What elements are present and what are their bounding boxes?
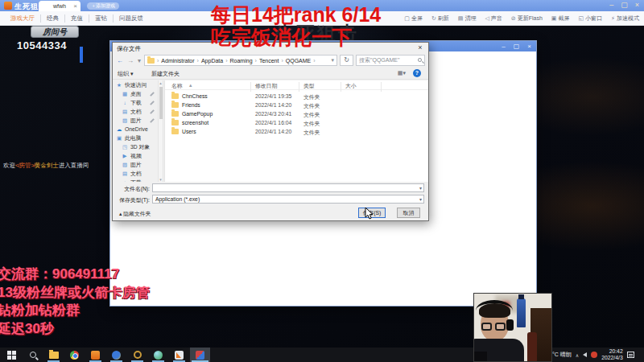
sidebar-item-desktop[interactable]: ▦桌面 [113, 89, 158, 98]
sidebar-item-downloads[interactable]: ↓下载 [113, 98, 158, 107]
dialog-toolbar: 组织 ▾ 新建文件夹 ▦▾ ? [113, 68, 428, 80]
tool-screenshot[interactable]: ▣截屏 [551, 14, 570, 23]
speaker-icon[interactable] [583, 352, 587, 357]
sidebar-scrollbar[interactable]: ▴ ▾ [158, 80, 163, 182]
sidebar-item-3d-objects[interactable]: ◳3D 对象 [113, 142, 158, 151]
hidden-icons-chevron[interactable]: ∧ [576, 352, 579, 358]
view-mode-button[interactable]: ▦▾ [398, 70, 406, 76]
nav-link-game-hall[interactable]: 游戏大厅 [5, 14, 40, 23]
taskbar-search-button[interactable] [23, 348, 43, 362]
popup-minimize-button[interactable]: – [502, 41, 505, 51]
back-icon[interactable]: ← [117, 56, 123, 66]
file-row-screenshot[interactable]: screenshot2022/4/1 16:04文件夹 [165, 118, 428, 127]
breadcrumb-appdata[interactable]: AppData [201, 58, 223, 64]
refresh-button[interactable]: ↻ [340, 55, 353, 66]
scroll-up-icon[interactable]: ▴ [159, 80, 162, 85]
tool-fullscreen[interactable]: ▢全屏 [404, 14, 423, 23]
popup-close-button[interactable]: × [527, 41, 531, 51]
scroll-thumb[interactable] [159, 87, 163, 119]
sail-app-icon [175, 351, 184, 360]
column-name[interactable]: 名称 [171, 82, 183, 90]
tab-close-icon[interactable]: × [73, 1, 77, 11]
overlay-headline-2: 吃完饭消化一下 [211, 24, 352, 51]
tool-boost-mode[interactable]: ⚡加速模式 [611, 14, 639, 23]
new-folder-button[interactable]: 新建文件夹 [151, 70, 180, 78]
clock[interactable]: 20:42 2022/4/3 [601, 348, 622, 361]
sidebar-item-documents[interactable]: ▤文档 [113, 107, 158, 116]
notice-delay: 延迟30秒 [0, 320, 150, 339]
forward-icon[interactable]: → [127, 56, 134, 66]
tool-clean[interactable]: ▤清理 [458, 14, 477, 23]
file-row-users[interactable]: Users2022/4/1 14:20文件夹 [165, 127, 428, 136]
sidebar-item-videos[interactable]: ▶视频 [113, 151, 158, 160]
nav-link-feedback[interactable]: 问题反馈 [113, 14, 149, 23]
add-game-button[interactable]: ＋添加游戏 [87, 2, 119, 10]
taskbar-blue-yellow-app[interactable] [106, 348, 126, 362]
red-tray-icon[interactable] [591, 352, 597, 358]
sidebar-item-downloads2[interactable]: ↓下载 [113, 178, 158, 182]
computer-icon: ▣ [116, 135, 122, 142]
weather-text[interactable]: °C 晴朗 [552, 351, 572, 359]
tool-sound[interactable]: ◁声音 [485, 14, 502, 23]
sidebar-item-quick-access[interactable]: ★快速访问 [113, 80, 158, 89]
scroll-down-icon[interactable]: ▾ [159, 177, 163, 182]
column-type[interactable]: 类型 [303, 82, 315, 90]
nav-link-bluediamond[interactable]: 蓝钻 [89, 14, 113, 23]
taskbar-globe-app[interactable] [148, 348, 168, 362]
caret-down-icon[interactable]: ▾ [419, 195, 422, 204]
caret-down-icon[interactable]: ▾ [419, 184, 422, 192]
taskbar-gold-ring-app[interactable] [127, 348, 147, 362]
help-icon[interactable]: ? [413, 69, 421, 77]
file-row-chnchess[interactable]: ChnChess2022/4/1 19:35文件夹 [165, 92, 428, 101]
sidebar-item-pictures2[interactable]: ▨图片 [113, 160, 158, 169]
sidebar-item-documents2[interactable]: ▤文档 [113, 169, 158, 178]
tool-mini-window[interactable]: ◱小窗口 [578, 14, 602, 23]
search-icon [418, 58, 422, 62]
system-tray: °C 晴朗 ∧ 20:42 2022/4/3 [552, 348, 634, 362]
close-button[interactable]: × [635, 1, 639, 9]
taskbar-sail-app[interactable] [169, 348, 189, 362]
breadcrumb-tencent[interactable]: Tencent [259, 58, 279, 64]
breadcrumb-qqgame[interactable]: QQGAME [286, 58, 312, 64]
sidebar-item-onedrive[interactable]: ☁OneDrive [113, 125, 158, 134]
taskbar-browser[interactable] [64, 348, 85, 362]
column-size[interactable]: 大小 [345, 82, 357, 90]
taskbar-qqgame-active[interactable] [190, 348, 210, 362]
action-center-icon[interactable] [627, 352, 634, 358]
dialog-close-icon[interactable]: × [412, 43, 428, 53]
address-caret-icon[interactable]: ▾ [331, 57, 334, 64]
breadcrumb-administrator[interactable]: Administrator [161, 58, 194, 64]
organize-button[interactable]: 组织 ▾ [118, 70, 133, 78]
picture-icon: ▨ [122, 162, 128, 168]
file-row-gamepopup[interactable]: GamePopup2022/4/3 20:41文件夹 [165, 109, 428, 118]
tool-refresh[interactable]: ↻刷新 [431, 14, 449, 23]
filetype-select[interactable]: Application (*.exe)▾ [152, 195, 424, 204]
taskbar-file-explorer[interactable] [43, 348, 64, 362]
address-bar[interactable]: › Administrator › AppData › Roaming › Te… [144, 55, 337, 66]
popup-maximize-button[interactable]: ▢ [514, 41, 520, 51]
cancel-button[interactable]: 取消 [397, 208, 420, 218]
browser-icon [70, 351, 79, 360]
hide-folders-button[interactable]: ▴ 隐藏文件夹 [119, 210, 151, 218]
nav-link-classic[interactable]: 经典 [40, 14, 64, 23]
sidebar-item-this-pc[interactable]: ▣此电脑 [113, 134, 158, 142]
nav-link-recharge[interactable]: 充值 [64, 14, 89, 23]
start-button[interactable] [2, 348, 22, 362]
sidebar-item-pictures[interactable]: ▨图片 [113, 116, 158, 125]
caret-down-icon: ▾ [402, 70, 406, 76]
column-date[interactable]: 修改日期 [255, 82, 277, 90]
filename-input[interactable]: ▾ [152, 183, 424, 192]
history-caret-icon[interactable]: ▾ [138, 56, 141, 66]
file-row-friends[interactable]: Friends2022/4/1 14:20文件夹 [165, 101, 428, 109]
browser-tab[interactable]: wfwh × [39, 1, 80, 11]
sound-icon: ◁ [485, 15, 489, 22]
breadcrumb-roaming[interactable]: Roaming [230, 58, 253, 64]
tool-update-flash[interactable]: ⊘更新Flash [511, 14, 543, 23]
search-input[interactable]: 搜索"QQGAME" [356, 55, 425, 66]
minimize-button[interactable]: – [609, 1, 613, 9]
column-headers: 名称 ▴ 修改日期 类型 大小 [165, 80, 428, 90]
taskbar-orange-app[interactable] [85, 348, 105, 362]
maximize-button[interactable]: ▢ [621, 1, 628, 9]
glasses [495, 323, 506, 331]
clean-icon: ▤ [458, 15, 464, 22]
